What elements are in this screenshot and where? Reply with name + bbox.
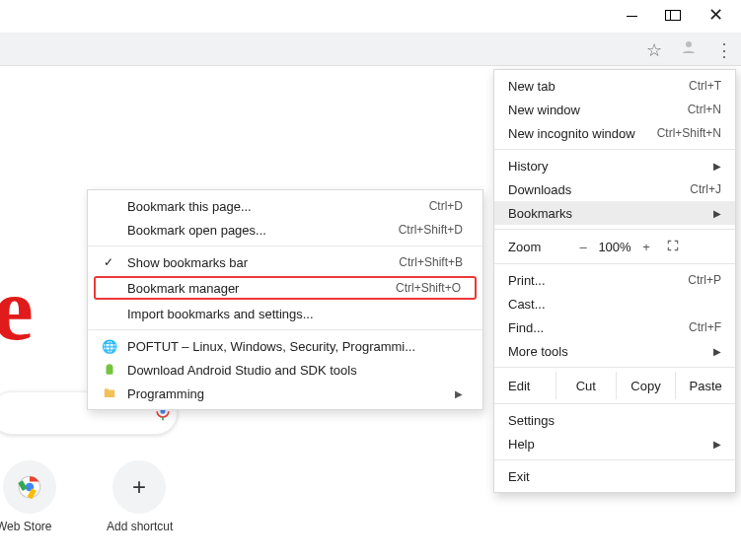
- chevron-right-icon: ▶: [713, 161, 721, 172]
- chevron-right-icon: ▶: [455, 388, 463, 399]
- android-icon: [102, 362, 117, 378]
- menu-help[interactable]: Help ▶: [494, 432, 735, 455]
- menu-edit-row: Edit Cut Copy Paste: [494, 372, 735, 399]
- menu-dots-icon[interactable]: ⋮: [715, 39, 733, 61]
- menu-exit[interactable]: Exit: [494, 464, 735, 488]
- bookmark-item-android-studio[interactable]: Download Android Studio and SDK tools: [88, 358, 482, 382]
- chevron-right-icon: ▶: [713, 439, 721, 450]
- menu-downloads[interactable]: Downloads Ctrl+J: [494, 177, 735, 201]
- menu-cast[interactable]: Cast...: [494, 292, 735, 315]
- chevron-right-icon: ▶: [713, 208, 721, 219]
- submenu-show-bookmarks-bar[interactable]: Show bookmarks bar Ctrl+Shift+B: [88, 250, 482, 274]
- window-close-button[interactable]: ✕: [708, 6, 723, 24]
- toolbar: ☆ ⋮: [0, 33, 741, 66]
- submenu-bookmark-manager[interactable]: Bookmark manager Ctrl+Shift+O: [94, 276, 477, 300]
- zoom-label: Zoom: [508, 240, 571, 254]
- edit-cut-button[interactable]: Cut: [556, 372, 616, 399]
- bookmark-folder-programming[interactable]: Programming ▶: [88, 382, 482, 405]
- divider: [494, 263, 735, 264]
- menu-bookmarks[interactable]: Bookmarks ▶: [494, 201, 735, 225]
- page-logo-letter: e: [0, 256, 34, 361]
- menu-history[interactable]: History ▶: [494, 154, 735, 177]
- menu-more-tools[interactable]: More tools ▶: [494, 339, 735, 363]
- menu-find[interactable]: Find... Ctrl+F: [494, 315, 735, 339]
- menu-new-tab[interactable]: New tab Ctrl+T: [494, 74, 735, 98]
- tile-add-shortcut[interactable]: +: [112, 460, 166, 514]
- menu-new-window[interactable]: New window Ctrl+N: [494, 98, 735, 121]
- tile-webstore-label: Web Store: [0, 520, 51, 533]
- divider: [88, 329, 482, 330]
- divider: [494, 367, 735, 368]
- window-minimize-button[interactable]: [627, 8, 637, 23]
- edit-label: Edit: [494, 379, 556, 393]
- folder-icon: [102, 385, 117, 401]
- menu-settings[interactable]: Settings: [494, 408, 735, 432]
- tile-webstore[interactable]: [3, 460, 56, 514]
- chevron-right-icon: ▶: [713, 346, 721, 357]
- zoom-in-button[interactable]: +: [634, 240, 658, 254]
- profile-icon[interactable]: [680, 38, 698, 61]
- menu-print[interactable]: Print... Ctrl+P: [494, 268, 735, 292]
- globe-icon: 🌐: [102, 338, 117, 354]
- divider: [494, 459, 735, 460]
- tile-add-shortcut-label: Add shortcut: [107, 520, 173, 533]
- svg-point-0: [686, 41, 692, 47]
- divider: [88, 245, 482, 246]
- divider: [494, 229, 735, 230]
- fullscreen-button[interactable]: [658, 239, 680, 255]
- plus-icon: +: [132, 473, 146, 501]
- submenu-bookmark-open-pages[interactable]: Bookmark open pages... Ctrl+Shift+D: [88, 218, 482, 242]
- menu-zoom-row: Zoom – 100% +: [494, 234, 735, 259]
- divider: [494, 403, 735, 404]
- chrome-icon: [17, 474, 42, 500]
- menu-new-incognito[interactable]: New incognito window Ctrl+Shift+N: [494, 121, 735, 145]
- bookmark-item-poftut[interactable]: 🌐 POFTUT – Linux, Windows, Security, Pro…: [88, 334, 482, 358]
- main-menu: New tab Ctrl+T New window Ctrl+N New inc…: [493, 69, 736, 493]
- submenu-import-bookmarks[interactable]: Import bookmarks and settings...: [88, 302, 482, 325]
- zoom-out-button[interactable]: –: [571, 240, 595, 254]
- edit-paste-button[interactable]: Paste: [675, 372, 735, 399]
- bookmarks-submenu: Bookmark this page... Ctrl+D Bookmark op…: [87, 189, 483, 410]
- divider: [494, 149, 735, 150]
- zoom-percent: 100%: [595, 240, 634, 254]
- window-maximize-button[interactable]: [665, 8, 681, 23]
- submenu-bookmark-this-page[interactable]: Bookmark this page... Ctrl+D: [88, 194, 482, 218]
- bookmark-star-icon[interactable]: ☆: [646, 39, 662, 61]
- edit-copy-button[interactable]: Copy: [616, 372, 676, 399]
